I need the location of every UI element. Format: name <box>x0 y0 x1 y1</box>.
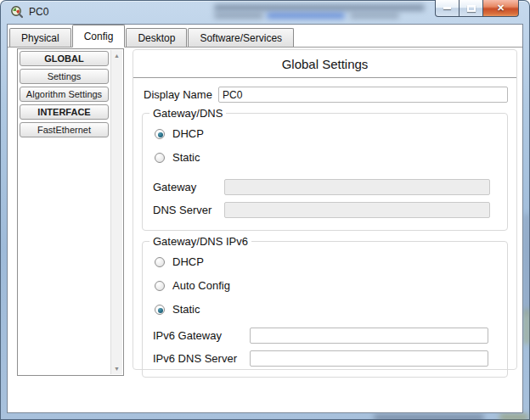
ipv6-autoconfig-radio[interactable] <box>155 281 165 291</box>
window-controls: ✕ <box>435 0 519 17</box>
ipv6-dhcp-radio[interactable] <box>155 257 165 267</box>
application-window: PC0 ✕ Physical Config Deskto <box>0 0 530 420</box>
display-name-input[interactable] <box>218 87 508 103</box>
sidebar-item-fastethernet[interactable]: FastEthernet <box>20 122 109 137</box>
aero-glass-blur <box>374 415 484 420</box>
maximize-button[interactable] <box>460 0 483 17</box>
dns-server-input <box>224 202 490 218</box>
app-icon <box>10 5 24 19</box>
display-name-label: Display Name <box>144 88 218 101</box>
close-icon: ✕ <box>497 3 505 13</box>
ipv6-static-label: Static <box>172 303 200 316</box>
tab-label: Desktop <box>138 32 175 44</box>
window-title: PC0 <box>29 6 48 18</box>
gateway-input <box>224 179 490 195</box>
restore-icon <box>467 5 476 12</box>
scroll-down-icon[interactable]: ▼ <box>111 363 122 374</box>
minimize-icon <box>443 7 451 9</box>
sidebar-item-settings[interactable]: Settings <box>20 69 109 84</box>
aero-glass-blur <box>214 4 425 11</box>
config-sidebar: GLOBAL Settings Algorithm Settings INTER… <box>17 48 124 376</box>
title-bar[interactable]: PC0 ✕ <box>0 0 530 24</box>
gateway-dns-ipv6-group: Gateway/DNS IPv6 DHCP Auto Config Static… <box>142 241 508 378</box>
ipv6-dns-server-label: IPv6 DNS Server <box>153 352 250 365</box>
ipv6-static-option: Static <box>155 303 499 316</box>
group-legend: Gateway/DNS IPv6 <box>149 235 251 248</box>
ipv6-dhcp-option: DHCP <box>155 255 499 268</box>
ipv6-dns-server-row: IPv6 DNS Server <box>153 350 488 367</box>
sidebar-item-global[interactable]: GLOBAL <box>20 51 109 66</box>
gateway-row: Gateway <box>153 179 490 195</box>
gateway-dns-group: Gateway/DNS DHCP Static Gateway DNS Serv… <box>142 113 508 231</box>
tab-software-services[interactable]: Software/Services <box>188 28 294 47</box>
ipv6-dns-server-input[interactable] <box>250 350 488 367</box>
sidebar-scrollbar[interactable]: ▲ ▼ <box>110 50 122 374</box>
aero-glass-blur <box>499 414 528 420</box>
ipv4-dhcp-option: DHCP <box>155 127 499 140</box>
ipv6-static-radio[interactable] <box>155 305 165 315</box>
display-name-row: Display Name <box>144 87 508 103</box>
page-title: Global Settings <box>140 57 510 71</box>
heading-divider <box>133 77 516 78</box>
dns-server-row: DNS Server <box>153 202 490 218</box>
ipv6-autoconfig-label: Auto Config <box>172 279 230 292</box>
gateway-label: Gateway <box>153 181 224 193</box>
tab-desktop[interactable]: Desktop <box>126 28 187 47</box>
client-area: Physical Config Desktop Software/Service… <box>7 24 523 413</box>
close-button[interactable]: ✕ <box>483 0 519 17</box>
ipv6-gateway-input[interactable] <box>250 328 488 344</box>
ipv4-static-option: Static <box>155 151 499 164</box>
ipv6-autoconfig-option: Auto Config <box>155 279 499 292</box>
tab-label: Config <box>84 31 114 42</box>
aero-glass-blur <box>524 309 529 344</box>
tab-label: Physical <box>21 32 59 44</box>
sidebar-item-algorithm-settings[interactable]: Algorithm Settings <box>20 87 109 102</box>
tab-physical[interactable]: Physical <box>9 28 71 47</box>
minimize-button[interactable] <box>435 0 460 17</box>
ipv4-static-label: Static <box>172 151 200 164</box>
tab-bar: Physical Config Desktop Software/Service… <box>8 25 522 48</box>
tab-config[interactable]: Config <box>72 25 126 48</box>
aero-glass-blur-link <box>267 13 345 19</box>
group-legend: Gateway/DNS <box>149 107 226 120</box>
scroll-up-icon[interactable]: ▲ <box>111 50 122 61</box>
ipv6-gateway-row: IPv6 Gateway <box>153 328 488 344</box>
sidebar-button-list: GLOBAL Settings Algorithm Settings INTER… <box>20 51 109 140</box>
ipv4-static-radio[interactable] <box>155 153 165 163</box>
aero-glass-blur <box>350 13 399 19</box>
tab-label: Software/Services <box>200 32 282 44</box>
dns-server-label: DNS Server <box>153 204 224 216</box>
ipv4-dhcp-label: DHCP <box>172 127 204 140</box>
global-settings-panel: Global Settings Display Name Gateway/DNS… <box>132 49 517 370</box>
sidebar-item-interface[interactable]: INTERFACE <box>20 104 109 120</box>
aero-glass-blur <box>524 214 529 316</box>
aero-glass-blur <box>214 13 263 19</box>
ipv4-dhcp-radio[interactable] <box>155 129 165 139</box>
ipv6-dhcp-label: DHCP <box>172 255 204 268</box>
ipv6-gateway-label: IPv6 Gateway <box>153 329 250 342</box>
